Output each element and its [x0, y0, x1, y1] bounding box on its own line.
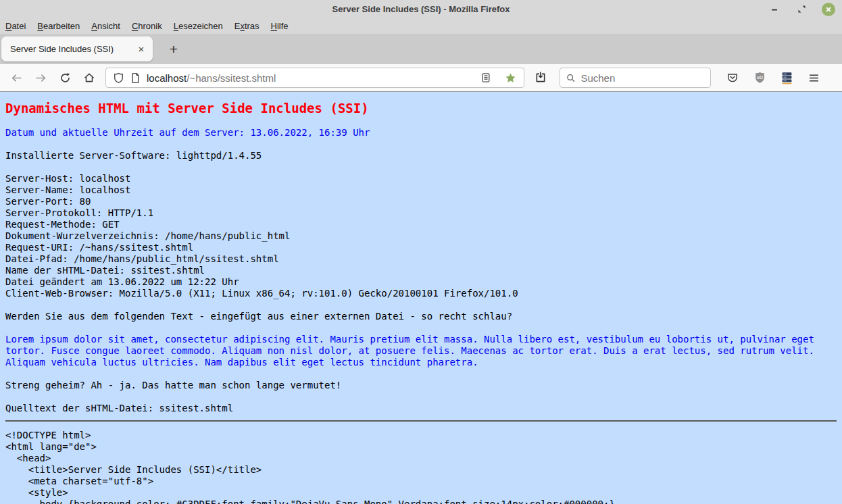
menubar: Datei Bearbeiten Ansicht Chronik Lesezei…: [0, 18, 842, 34]
search-box[interactable]: [560, 68, 711, 88]
tab-close-button[interactable]: ×: [134, 42, 149, 57]
server-date-line: Datum und aktuelle Uhrzeit auf dem Serve…: [5, 127, 837, 138]
window-title: Server Side Includes (SSI) - Mozilla Fir…: [332, 4, 510, 14]
url-bar[interactable]: localhost/~hans/ssitest.shtml: [105, 68, 524, 88]
new-tab-button[interactable]: +: [164, 39, 184, 59]
pocket-icon: [726, 72, 739, 84]
save-to-tray-button[interactable]: [530, 68, 551, 88]
svg-text:uO: uO: [757, 75, 763, 80]
reload-icon: [59, 72, 71, 84]
bookmark-star-button[interactable]: [499, 68, 521, 88]
source-code-block: <!DOCTYPE html> <html lang="de"> <head> …: [5, 430, 837, 504]
menu-extras[interactable]: Extras: [234, 21, 259, 31]
reload-button[interactable]: [54, 68, 76, 88]
page-title: Dynamisches HTML mit Server Side Include…: [5, 101, 837, 116]
home-button[interactable]: [78, 68, 100, 88]
menu-bearbeiten[interactable]: Bearbeiten: [37, 21, 80, 31]
window-controls: [768, 0, 835, 18]
reader-mode-icon: [480, 72, 491, 83]
secret-line: Streng geheim? Ah - ja. Das hatte man sc…: [5, 380, 837, 391]
home-icon: [83, 72, 95, 84]
tab-bar: Server Side Includes (SSI) × +: [0, 34, 842, 64]
page-info-icon[interactable]: [130, 72, 141, 84]
tray-download-icon: [535, 72, 547, 84]
back-button[interactable]: [5, 68, 27, 88]
menu-datei[interactable]: Datei: [5, 21, 26, 31]
hamburger-menu-icon: [808, 72, 820, 84]
source-label: Quelltext der sHTML-Datei: ssitest.shtml: [5, 403, 837, 414]
titlebar: Server Side Includes (SSI) - Mozilla Fir…: [0, 0, 842, 18]
tracking-protection-shield-icon[interactable]: [113, 72, 124, 84]
close-icon: [825, 6, 832, 13]
tab-label: Server Side Includes (SSI): [10, 44, 134, 54]
url-path: /~hans/ssitest.shtml: [187, 72, 276, 84]
restore-button[interactable]: [795, 3, 808, 16]
navigation-toolbar: localhost/~hans/ssitest.shtml uO: [0, 64, 842, 92]
minimize-icon: [770, 5, 778, 14]
forward-icon: [35, 72, 47, 84]
server-stack-extension-button[interactable]: [776, 68, 797, 88]
divider: [5, 420, 837, 422]
back-icon: [11, 72, 22, 84]
bookmark-star-icon: [505, 72, 516, 84]
ublock-extension-button[interactable]: uO: [749, 68, 770, 88]
server-info-block: Server-Host: localhost Server-Name: loca…: [5, 173, 837, 299]
url-host: localhost: [147, 72, 187, 84]
menu-lesezeichen[interactable]: Lesezeichen: [174, 21, 223, 31]
lorem-ipsum-paragraph: Lorem ipsum dolor sit amet, consectetur …: [5, 334, 837, 368]
ublock-shield-icon: uO: [753, 72, 766, 84]
close-button[interactable]: [822, 3, 835, 16]
server-stack-icon: [781, 72, 793, 84]
page-content: Dynamisches HTML mit Server Side Include…: [0, 92, 842, 504]
minimize-button[interactable]: [768, 3, 781, 16]
search-input[interactable]: [580, 72, 704, 84]
url-text: localhost/~hans/ssitest.shtml: [147, 72, 276, 84]
menu-ansicht[interactable]: Ansicht: [91, 21, 120, 31]
menu-chronik[interactable]: Chronik: [132, 21, 162, 31]
server-software-line: Installierte Server-Software: lighttpd/1…: [5, 150, 837, 161]
app-menu-button[interactable]: [803, 68, 824, 88]
reader-mode-button[interactable]: [475, 68, 497, 88]
pocket-button[interactable]: [722, 68, 743, 88]
restore-icon: [797, 5, 806, 14]
forward-button[interactable]: [30, 68, 51, 88]
menu-hilfe[interactable]: Hilfe: [271, 21, 289, 31]
search-icon: [566, 73, 575, 83]
tab-server-side-includes[interactable]: Server Side Includes (SSI) ×: [1, 36, 153, 61]
question-line: Werden Sie aus dem folgenden Text - eing…: [5, 311, 837, 322]
